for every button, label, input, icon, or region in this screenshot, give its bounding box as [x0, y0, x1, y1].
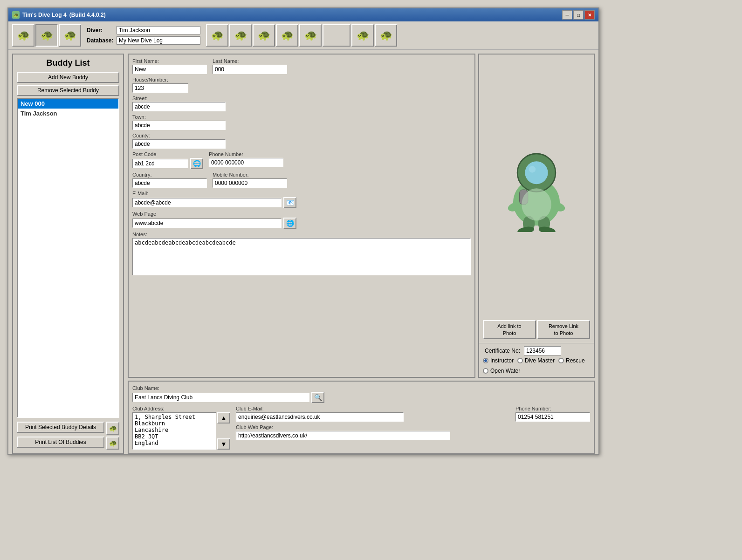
buddy-item-new000[interactable]: New 000: [18, 99, 118, 109]
print-list-icon-btn[interactable]: 🐢: [106, 437, 119, 450]
house-input[interactable]: [132, 83, 188, 93]
first-name-input[interactable]: [132, 65, 207, 74]
postcode-input-row: 🌐: [132, 158, 203, 169]
main-window: 🐢 Tim's Dive Log 4 (Build 4.4.0.2) ─ □ ✕…: [7, 7, 599, 455]
maximize-button[interactable]: □: [573, 10, 584, 20]
country-input[interactable]: [132, 178, 207, 188]
club-bottom-row: Club Address: 1, Sharples Street Blackbu…: [132, 406, 590, 450]
town-input[interactable]: [132, 121, 226, 130]
toolbar-dive-btn-6[interactable]: [323, 24, 350, 47]
house-row: House/Number:: [132, 77, 471, 93]
rescue-radio[interactable]: [558, 358, 564, 363]
toolbar-dive-btn-5[interactable]: 🐢: [299, 24, 322, 47]
cert-no-row: Certificate No:: [483, 346, 590, 355]
tool-btn-1[interactable]: 🐢: [12, 24, 34, 47]
svg-point-2: [525, 161, 549, 184]
club-name-input-row: 🔍: [132, 392, 324, 403]
notes-textarea[interactable]: abcdeabcdeabcdeabcdeabcdeabcde: [132, 238, 471, 275]
instructor-radio[interactable]: [483, 358, 488, 363]
add-new-buddy-button[interactable]: Add New Buddy: [17, 72, 119, 83]
email-send-btn[interactable]: 📧: [283, 197, 296, 208]
diver-value: Tim Jackson: [117, 26, 200, 34]
bottom-buttons: Print Selected Buddy Details 🐢 Print Lis…: [17, 422, 119, 450]
dive-master-radio[interactable]: [517, 358, 523, 363]
phone-group: Phone Number:: [209, 151, 283, 167]
rescue-label: Rescue: [566, 357, 585, 364]
titlebar-left: 🐢 Tim's Dive Log 4 (Build 4.4.0.2): [12, 11, 106, 19]
toolbar-right: 🐢 🐢 🐢 🐢 🐢 🐢 🐢: [206, 24, 397, 47]
app-icon: 🐢: [12, 11, 20, 19]
webpage-browse-btn[interactable]: 🌐: [283, 218, 296, 229]
club-webpage-input[interactable]: [236, 431, 450, 440]
webpage-input[interactable]: [132, 219, 282, 228]
house-group: House/Number:: [132, 77, 188, 93]
county-input[interactable]: [132, 139, 226, 149]
country-group: Country:: [132, 172, 207, 188]
club-email-group: Club E-Mail:: [236, 406, 510, 422]
toolbar-dive-btn-1[interactable]: 🐢: [206, 24, 228, 47]
remove-link-photo-button[interactable]: Remove Link to Photo: [537, 320, 590, 339]
print-selected-buddy-button[interactable]: Print Selected Buddy Details: [17, 422, 104, 433]
club-name-input[interactable]: [132, 393, 309, 402]
mobile-input[interactable]: [213, 178, 287, 188]
email-label: E-Mail:: [132, 191, 296, 196]
toolbar-dive-btn-7[interactable]: 🐢: [351, 24, 374, 47]
club-address-textarea[interactable]: 1, Sharples Street Blackburn Lancashire …: [132, 412, 216, 450]
tool-btn-3[interactable]: 🐢: [59, 24, 81, 47]
street-input[interactable]: [132, 102, 226, 111]
postcode-input[interactable]: [132, 159, 188, 168]
remove-selected-buddy-button[interactable]: Remove Selected Buddy: [17, 85, 119, 96]
toolbar-dive-btn-3[interactable]: 🐢: [253, 24, 275, 47]
minimize-button[interactable]: ─: [562, 10, 572, 20]
radio-instructor[interactable]: Instructor: [483, 357, 514, 364]
cert-radios: Instructor Dive Master Rescue: [483, 357, 590, 374]
club-addr-scroll-up[interactable]: ▲: [217, 412, 230, 423]
photo-area: [479, 55, 594, 316]
buddy-item-timjackson[interactable]: Tim Jackson: [18, 109, 118, 118]
street-row: Street:: [132, 96, 471, 111]
club-search-btn[interactable]: 🔍: [311, 392, 324, 403]
last-name-input[interactable]: [213, 65, 287, 74]
titlebar-controls: ─ □ ✕: [562, 10, 595, 20]
club-phone-group: Phone Number:: [515, 406, 590, 422]
diver-illustration: [495, 139, 578, 232]
country-mobile-row: Country: Mobile Number:: [132, 172, 471, 188]
club-addr-scrollbtns: ▲ ▼: [217, 412, 230, 450]
town-row: Town:: [132, 114, 471, 130]
club-webpage-group: Club Web Page:: [236, 424, 510, 440]
top-area: First Name: Last Name: House/Number:: [128, 54, 595, 378]
postcode-group: Post Code 🌐: [132, 151, 203, 169]
club-phone-input[interactable]: [515, 412, 590, 422]
notes-label: Notes:: [132, 232, 471, 237]
email-input[interactable]: [132, 198, 282, 207]
last-name-group: Last Name:: [213, 58, 287, 74]
add-link-photo-button[interactable]: Add link to Photo: [483, 320, 536, 339]
buddy-list-panel: Buddy List Add New Buddy Remove Selected…: [12, 54, 124, 454]
mobile-label: Mobile Number:: [213, 172, 287, 178]
toolbar-dive-btn-2[interactable]: 🐢: [229, 24, 252, 47]
webpage-label: Web Page: [132, 211, 296, 217]
first-name-label: First Name:: [132, 58, 207, 64]
buddy-listbox[interactable]: New 000 Tim Jackson: [17, 98, 119, 418]
club-email-input[interactable]: [236, 412, 404, 422]
print-buddy-icon-btn[interactable]: 🐢: [106, 422, 119, 435]
club-addr-scroll-down[interactable]: ▼: [217, 438, 230, 450]
postcode-globe-btn[interactable]: 🌐: [190, 158, 203, 169]
svg-point-9: [529, 166, 536, 173]
print-list-buddies-button[interactable]: Print List Of Buddies: [17, 437, 104, 448]
tool-btn-2[interactable]: 🐢: [35, 24, 58, 47]
phone-input[interactable]: [209, 158, 283, 167]
close-button[interactable]: ✕: [584, 10, 595, 20]
toolbar-dive-btn-8[interactable]: 🐢: [375, 24, 397, 47]
radio-dive-master[interactable]: Dive Master: [517, 357, 555, 364]
open-water-radio[interactable]: [483, 368, 488, 374]
county-label: County:: [132, 133, 226, 138]
radio-open-water[interactable]: Open Water: [483, 368, 520, 374]
toolbar-dive-btn-4[interactable]: 🐢: [276, 24, 298, 47]
radio-rescue[interactable]: Rescue: [558, 357, 585, 364]
toolbar: 🐢 🐢 🐢 Diver: Tim Jackson Database: My Ne…: [8, 21, 598, 50]
cert-no-input[interactable]: [524, 346, 561, 355]
app-title: Tim's Dive Log 4: [22, 12, 67, 18]
instructor-label: Instructor: [490, 357, 514, 364]
club-phone-label: Phone Number:: [515, 406, 590, 411]
